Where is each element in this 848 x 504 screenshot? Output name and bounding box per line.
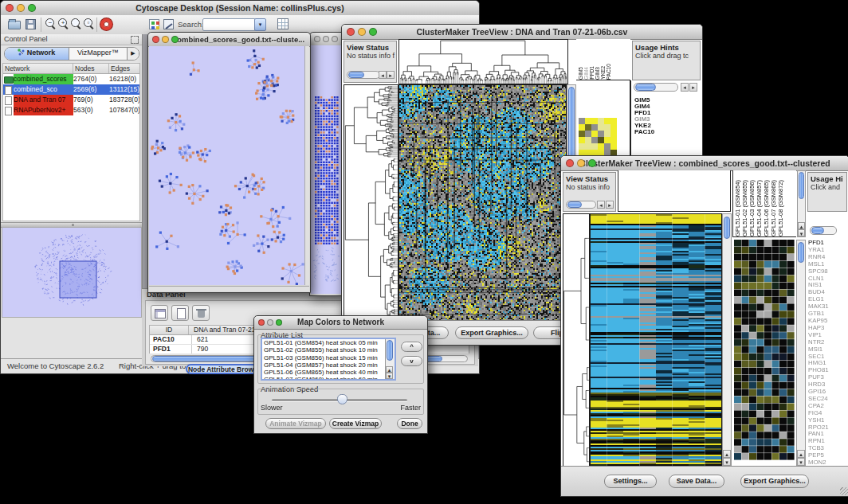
export-graphics-button[interactable]: Export Graphics... bbox=[740, 475, 809, 488]
gene-label[interactable]: GIM3 bbox=[634, 116, 699, 123]
gene-label[interactable]: PUF3 bbox=[808, 374, 848, 381]
gene-label[interactable]: GIM4 bbox=[634, 104, 699, 110]
network1-vscrollbar[interactable] bbox=[304, 46, 309, 285]
zoom-window-icon[interactable] bbox=[28, 4, 36, 12]
settings-button[interactable]: Settings... bbox=[604, 475, 657, 488]
tv2-hints-scrollbar[interactable] bbox=[810, 226, 837, 235]
gene-label[interactable]: YKE2 bbox=[634, 123, 699, 129]
network2-titlebar[interactable] bbox=[310, 33, 342, 46]
zoom-fit-icon[interactable] bbox=[71, 18, 83, 30]
gene-label[interactable]: SEC24 bbox=[808, 396, 848, 403]
scroll-left-icon[interactable]: ◂ bbox=[681, 83, 689, 92]
tab-vizmapper[interactable]: VizMapper™ bbox=[69, 48, 127, 60]
tv2-zoom-heatmap[interactable] bbox=[734, 240, 795, 460]
minimize-icon[interactable] bbox=[358, 28, 366, 36]
column-label[interactable]: GIM3 bbox=[595, 67, 600, 80]
scroll-left-icon[interactable]: ◂ bbox=[597, 201, 605, 209]
gene-label[interactable]: YRA1 bbox=[808, 247, 848, 254]
tv2-row-dendrogram[interactable] bbox=[563, 213, 590, 468]
scroll-up-icon[interactable]: ▴ bbox=[797, 450, 805, 458]
network-list-row[interactable]: combined_scores2764(0)16218(0) bbox=[3, 74, 139, 84]
gene-label[interactable]: KAP95 bbox=[808, 318, 848, 325]
minimize-icon[interactable] bbox=[17, 4, 25, 12]
network1-titlebar[interactable]: combined_scores_good.txt--cluste... bbox=[148, 33, 310, 47]
attribute-list-vscrollbar[interactable]: ▴ ▾ bbox=[385, 339, 395, 379]
gene-label[interactable]: ELG1 bbox=[808, 296, 848, 303]
tab-overflow-arrow[interactable]: ▶ bbox=[127, 48, 139, 60]
close-icon[interactable] bbox=[314, 36, 320, 42]
gene-label[interactable]: MSL1 bbox=[808, 261, 848, 268]
create-vizmap-button[interactable]: Create Vizmap bbox=[329, 418, 382, 429]
gene-label[interactable]: HMG1 bbox=[808, 360, 848, 367]
network-list-row[interactable]: DNA and Tran 07769(0)183728(0) bbox=[3, 95, 139, 105]
gene-label[interactable]: HAP3 bbox=[808, 325, 848, 332]
zoom-out-icon[interactable]: − bbox=[45, 18, 57, 30]
attribute-item[interactable]: GPL51-04 (GSM857) heat shock 20 min bbox=[262, 361, 386, 369]
tv2-zoom-vscrollbar[interactable]: ▴ ▾ bbox=[796, 240, 806, 467]
tv1-column-dendrogram[interactable] bbox=[398, 39, 568, 84]
column-label[interactable]: GPL51-07 (GSM868) bbox=[770, 180, 777, 236]
gene-label[interactable]: CLN1 bbox=[808, 275, 848, 283]
attribute-item[interactable]: GPL51-02 (GSM855) heat shock 10 min bbox=[262, 346, 386, 354]
network1-hscrollbar[interactable] bbox=[149, 286, 309, 291]
gene-label[interactable]: CPA2 bbox=[808, 403, 848, 410]
trash-icon[interactable] bbox=[192, 305, 210, 321]
scroll-right-icon[interactable]: ▸ bbox=[689, 83, 697, 92]
minimize-icon[interactable] bbox=[577, 159, 585, 167]
close-icon[interactable] bbox=[258, 319, 265, 326]
col-edges[interactable]: Edges bbox=[109, 64, 139, 73]
scroll-down-icon[interactable]: ▾ bbox=[797, 458, 805, 466]
gene-label[interactable]: TCB3 bbox=[808, 445, 848, 452]
column-label[interactable]: GIM4 bbox=[583, 67, 589, 80]
scroll-up-icon[interactable]: ▴ bbox=[386, 366, 393, 373]
tv1-zoom-matrix[interactable] bbox=[579, 118, 617, 156]
scroll-right-icon[interactable]: ▸ bbox=[387, 71, 395, 79]
minimize-icon[interactable] bbox=[323, 36, 329, 42]
gene-label[interactable]: NIS1 bbox=[808, 282, 848, 289]
scroll-left-icon[interactable]: ◂ bbox=[379, 71, 387, 79]
gene-label[interactable]: BUD4 bbox=[808, 289, 848, 296]
gene-label[interactable]: PEP5 bbox=[808, 452, 848, 459]
tv2-labels-vscrollbar[interactable]: ▴ ▾ bbox=[797, 170, 806, 237]
speed-slider-thumb[interactable] bbox=[337, 394, 347, 404]
gene-label[interactable]: SEC1 bbox=[808, 354, 848, 361]
scroll-up-icon[interactable]: ▴ bbox=[798, 222, 805, 229]
gene-label[interactable]: NTR2 bbox=[808, 339, 848, 346]
tv1-global-heatmap[interactable] bbox=[398, 84, 567, 322]
new-attribute-icon[interactable] bbox=[171, 305, 189, 321]
close-icon[interactable] bbox=[566, 159, 574, 167]
search-dropdown-arrow[interactable]: ▾ bbox=[254, 18, 266, 31]
column-label[interactable]: GPL51-02 (GSM855) bbox=[741, 180, 748, 236]
network-list-row[interactable]: combined_sco2569(6)13112(15) bbox=[3, 84, 139, 95]
gene-label[interactable]: PHO81 bbox=[808, 367, 848, 374]
column-label[interactable]: GPL51-06 (GSM865) bbox=[763, 180, 770, 236]
open-session-icon[interactable] bbox=[8, 21, 21, 29]
close-icon[interactable] bbox=[347, 28, 355, 36]
move-up-button[interactable]: ^ bbox=[401, 342, 422, 352]
search-input[interactable] bbox=[202, 18, 256, 31]
column-label[interactable]: YKE2 bbox=[600, 66, 606, 80]
gene-label[interactable]: HRD3 bbox=[808, 381, 848, 389]
gene-label[interactable]: VIP1 bbox=[808, 332, 848, 339]
tab-network[interactable]: Network bbox=[5, 48, 69, 60]
close-icon[interactable] bbox=[6, 4, 14, 12]
close-icon[interactable] bbox=[152, 36, 159, 43]
float-panel-icon[interactable] bbox=[131, 36, 139, 44]
animate-vizmap-button[interactable]: Animate Vizmap bbox=[265, 418, 326, 429]
column-label[interactable]: GPL51-08 (GSM872) bbox=[777, 180, 784, 236]
help-lifering-icon[interactable] bbox=[100, 18, 112, 30]
minimize-icon[interactable] bbox=[162, 36, 169, 43]
done-button[interactable]: Done bbox=[397, 418, 422, 429]
gene-label[interactable]: PAC10 bbox=[634, 129, 699, 135]
attribute-item[interactable]: GPL51-07 (GSM868) heat shock 60 min bbox=[262, 376, 386, 381]
tv2-column-dendrogram-area[interactable] bbox=[618, 170, 731, 212]
network-list-row[interactable]: RNAPuberNov2+563(0)107847(0) bbox=[3, 105, 139, 115]
dialog-titlebar[interactable]: Map Colors to Network bbox=[254, 316, 427, 330]
save-session-icon[interactable] bbox=[26, 19, 36, 29]
import-table-icon[interactable] bbox=[277, 18, 289, 29]
birdseye-view[interactable] bbox=[2, 227, 142, 318]
attribute-listbox[interactable]: GPL51-01 (GSM854) heat shock 05 minGPL51… bbox=[261, 338, 396, 381]
column-label[interactable]: GPL51-03 (GSM856) bbox=[748, 180, 756, 236]
gene-label[interactable]: SPC98 bbox=[808, 268, 848, 275]
network2-canvas[interactable] bbox=[311, 45, 341, 294]
